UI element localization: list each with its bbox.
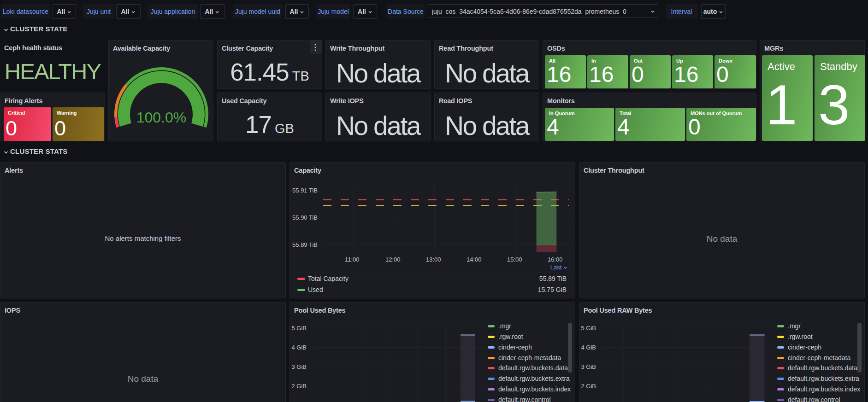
svg-text:100.0%: 100.0%	[136, 109, 187, 126]
